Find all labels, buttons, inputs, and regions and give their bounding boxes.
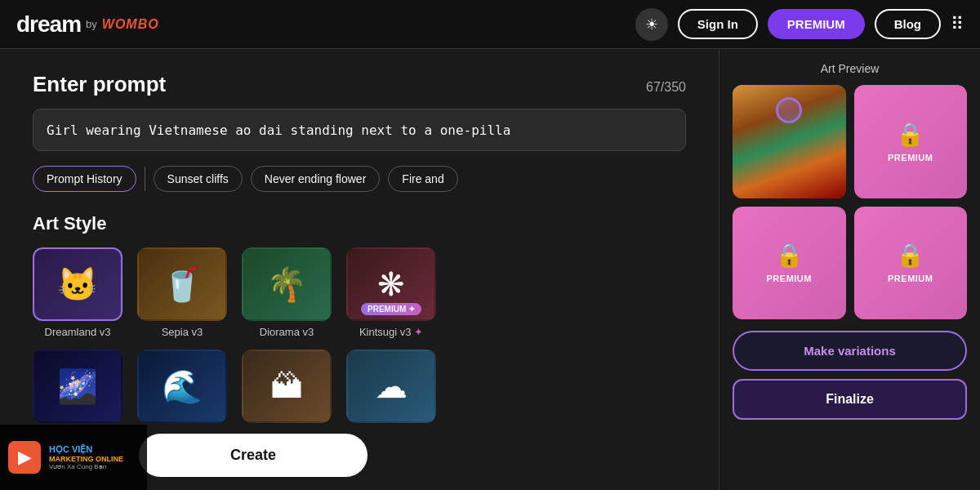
watermark-line3: Vươn Xa Cùng Bạn (49, 463, 123, 470)
prompt-header: Enter prompt 67/350 (33, 72, 686, 97)
prompt-title: Enter prompt (33, 72, 166, 97)
signin-button[interactable]: Sign In (678, 9, 758, 39)
chip-sunset-cliffs[interactable]: Sunset cliffs (154, 166, 243, 192)
lock-icon-3: 🔒 (896, 242, 924, 269)
style-item-6[interactable]: 🌊 (137, 350, 227, 423)
style-thumb-5: 🌌 (33, 350, 122, 423)
style-thumb-7: 🏔 (242, 350, 332, 423)
right-panel: Art Preview 🔒 PREMIUM 🔒 PREMIUM 🔒 (719, 49, 980, 490)
style-item-8[interactable]: ☁ (346, 350, 436, 423)
preview-card-premium-2[interactable]: 🔒 PREMIUM (733, 207, 846, 320)
watermark: ▶ HỌC VIỆN MARKETING ONLINE Vươn Xa Cùng… (0, 425, 147, 490)
style-item-dreamland[interactable]: 🐱 Dreamland v3 (33, 247, 122, 338)
art-style-title: Art Style (33, 213, 686, 234)
art-preview-label: Art Preview (733, 62, 967, 75)
style-thumb-8: ☁ (346, 350, 436, 423)
dreamland-icon: 🐱 (34, 249, 121, 319)
style-item-7[interactable]: 🏔 (242, 350, 332, 423)
style-item-5[interactable]: 🌌 (33, 350, 122, 423)
preview-card-premium-3[interactable]: 🔒 PREMIUM (854, 207, 968, 320)
chip-never-ending-flower[interactable]: Never ending flower (251, 166, 381, 192)
style-label-kintsugi: Kintsugi v3 ✦ (359, 326, 423, 338)
prompt-char-count: 67/350 (646, 80, 686, 95)
logo-wombo: WOMBO (102, 17, 159, 32)
create-button[interactable]: Create (139, 434, 368, 477)
prompt-input[interactable]: Girl wearing Vietnamese ao dai standing … (33, 109, 686, 151)
style-item-diorama[interactable]: 🌴 Diorama v3 (242, 247, 332, 338)
header-actions: ☀ Sign In PREMIUM Blog ⠿ (635, 8, 964, 41)
style7-icon: 🏔 (243, 351, 330, 421)
style5-icon: 🌌 (34, 351, 121, 421)
style-label-sepia: Sepia v3 (162, 326, 203, 338)
style-thumb-dreamland: 🐱 (33, 247, 122, 321)
sparkle-icon: ✦ (414, 326, 423, 338)
logo-dream: dream (16, 11, 81, 38)
sun-icon: ☀ (645, 16, 658, 33)
style-thumb-sepia: 🥤 (137, 247, 227, 321)
watermark-text: HỌC VIỆN MARKETING ONLINE Vươn Xa Cùng B… (49, 444, 123, 470)
diorama-icon: 🌴 (243, 249, 330, 319)
header: dream by WOMBO ☀ Sign In PREMIUM Blog ⠿ (0, 0, 980, 49)
blog-button[interactable]: Blog (875, 9, 941, 39)
style-thumb-6: 🌊 (137, 350, 227, 423)
watermark-line1: HỌC VIỆN (49, 444, 123, 455)
menu-icon: ⠿ (951, 14, 964, 34)
style6-icon: 🌊 (139, 351, 225, 421)
kintsugi-premium-badge: PREMIUM ✦ (361, 303, 421, 315)
premium-button[interactable]: PREMIUM (768, 9, 865, 39)
style-thumb-kintsugi: ❋ PREMIUM ✦ (346, 247, 436, 321)
chip-fire-and[interactable]: Fire and (388, 166, 457, 192)
chip-divider (145, 167, 145, 191)
create-btn-wrapper: Create (131, 421, 376, 490)
style-label-dreamland: Dreamland v3 (45, 326, 111, 338)
style-thumb-diorama: 🌴 (242, 247, 332, 321)
prompt-chips: Prompt History Sunset cliffs Never endin… (33, 166, 686, 192)
style8-icon: ☁ (348, 351, 434, 421)
finalize-button[interactable]: Finalize (733, 379, 967, 420)
style-item-sepia[interactable]: 🥤 Sepia v3 (137, 247, 227, 338)
prompt-history-button[interactable]: Prompt History (33, 166, 136, 192)
premium-label-3: PREMIUM (888, 274, 933, 283)
preview-selection-circle (776, 97, 802, 123)
logo-by: by (86, 18, 97, 30)
style-item-kintsugi[interactable]: ❋ PREMIUM ✦ Kintsugi v3 ✦ (346, 247, 436, 338)
make-variations-button[interactable]: Make variations (733, 331, 967, 371)
menu-button[interactable]: ⠿ (951, 14, 964, 35)
art-style-row2: 🌌 🌊 🏔 ☁ (33, 350, 686, 423)
sepia-icon: 🥤 (139, 249, 225, 319)
preview-image-sim (733, 85, 846, 198)
preview-grid: 🔒 PREMIUM 🔒 PREMIUM 🔒 PREMIUM (733, 85, 967, 319)
art-style-grid: 🐱 Dreamland v3 🥤 Sepia v3 🌴 Diorama v3 (33, 247, 686, 338)
watermark-logo: ▶ (8, 441, 41, 474)
preview-card-premium-1[interactable]: 🔒 PREMIUM (854, 85, 968, 198)
watermark-logo-icon: ▶ (18, 447, 32, 468)
preview-main-image[interactable] (733, 85, 846, 198)
premium-label-1: PREMIUM (888, 153, 933, 163)
premium-label-2: PREMIUM (767, 274, 812, 283)
lock-icon-2: 🔒 (775, 242, 804, 269)
watermark-line2: MARKETING ONLINE (49, 455, 123, 463)
lock-icon-1: 🔒 (896, 121, 924, 148)
theme-toggle-button[interactable]: ☀ (635, 8, 668, 41)
style-label-diorama: Diorama v3 (260, 326, 314, 338)
